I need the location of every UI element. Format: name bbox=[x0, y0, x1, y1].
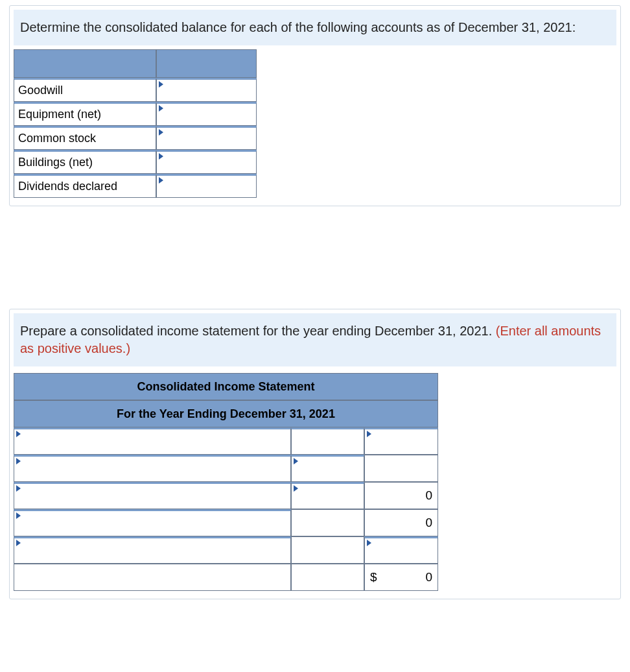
balances-row-input[interactable] bbox=[156, 174, 257, 198]
balances-header-col1 bbox=[14, 49, 156, 78]
income-amt2-value: 0 bbox=[425, 516, 432, 529]
chevron-right-icon bbox=[159, 129, 163, 136]
chevron-right-icon bbox=[294, 458, 298, 464]
income-amt1-input[interactable] bbox=[291, 455, 364, 482]
income-amt2-cell: 0 bbox=[364, 482, 438, 509]
chevron-right-icon bbox=[16, 431, 21, 437]
balances-row-input[interactable] bbox=[156, 150, 257, 174]
income-amt2-cell: 0 bbox=[364, 509, 438, 536]
balances-row-label: Dividends declared bbox=[14, 174, 156, 198]
balances-row-label: Equipment (net) bbox=[14, 102, 156, 126]
chevron-right-icon bbox=[159, 177, 163, 184]
chevron-right-icon bbox=[159, 105, 163, 112]
income-amt2-value: 0 bbox=[425, 488, 432, 502]
chevron-right-icon bbox=[367, 431, 371, 437]
income-title2: For the Year Ending December 31, 2021 bbox=[14, 400, 438, 427]
spacer bbox=[0, 206, 630, 304]
income-amt2-input[interactable] bbox=[364, 536, 438, 564]
balances-row-label: Common stock bbox=[14, 126, 156, 150]
balances-row-input[interactable] bbox=[156, 126, 257, 150]
income-title1: Consolidated Income Statement bbox=[14, 373, 438, 400]
chevron-right-icon bbox=[16, 540, 21, 546]
income-desc-cell bbox=[14, 564, 291, 591]
instruction-section1: Determine the consolidated balance for e… bbox=[14, 10, 616, 45]
balances-row-input[interactable] bbox=[156, 102, 257, 126]
chevron-right-icon bbox=[159, 153, 163, 160]
chevron-right-icon bbox=[16, 458, 21, 464]
income-desc-input[interactable] bbox=[14, 509, 291, 536]
income-desc-input[interactable] bbox=[14, 482, 291, 509]
balances-row-label: Buildings (net) bbox=[14, 150, 156, 174]
chevron-right-icon bbox=[367, 540, 371, 546]
chevron-right-icon bbox=[159, 81, 163, 88]
income-desc-input[interactable] bbox=[14, 427, 291, 455]
chevron-right-icon bbox=[16, 485, 21, 492]
income-amt1-cell bbox=[291, 536, 364, 564]
balances-header-col2 bbox=[156, 49, 257, 78]
chevron-right-icon bbox=[16, 512, 21, 519]
balances-table: Goodwill Equipment (net) Common stock Bu… bbox=[14, 49, 257, 198]
instruction-main-text: Prepare a consolidated income statement … bbox=[20, 324, 496, 338]
income-amt1-cell bbox=[291, 564, 364, 591]
income-panel: Prepare a consolidated income statement … bbox=[9, 309, 621, 599]
chevron-right-icon bbox=[294, 485, 298, 492]
instruction-section2: Prepare a consolidated income statement … bbox=[14, 313, 616, 366]
income-desc-input[interactable] bbox=[14, 536, 291, 564]
income-amt1-cell bbox=[291, 427, 364, 455]
balances-panel: Determine the consolidated balance for e… bbox=[9, 5, 621, 206]
income-total-cell: $ 0 bbox=[364, 564, 438, 591]
balances-row-input[interactable] bbox=[156, 78, 257, 102]
balances-row-label: Goodwill bbox=[14, 78, 156, 102]
income-amt2-cell bbox=[364, 455, 438, 482]
income-desc-input[interactable] bbox=[14, 455, 291, 482]
income-table: Consolidated Income Statement For the Ye… bbox=[14, 373, 438, 591]
income-amt2-value: 0 bbox=[425, 570, 432, 584]
dollar-sign: $ bbox=[370, 570, 377, 584]
income-amt2-input[interactable] bbox=[364, 427, 438, 455]
income-amt1-cell bbox=[291, 509, 364, 536]
income-amt1-input[interactable] bbox=[291, 482, 364, 509]
